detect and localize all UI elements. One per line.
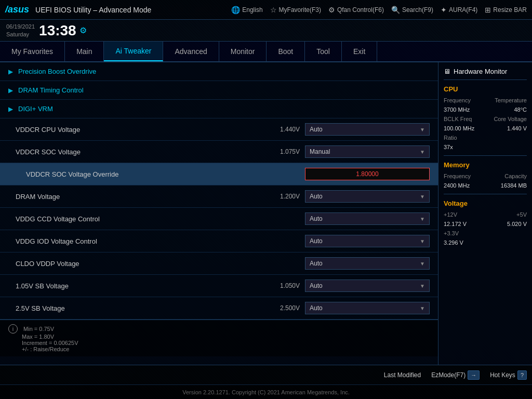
qfan-label: Qfan Control(F6) — [337, 6, 384, 14]
dropdown-arrow-icon: ▼ — [420, 216, 425, 222]
ez-mode-btn[interactable]: EzMode(F7) → — [431, 370, 480, 380]
sb-25v-row[interactable]: 2.5V SB Voltage 2.500V Auto ▼ — [0, 297, 438, 320]
dram-timing-section[interactable]: ▶ DRAM Timing Control — [0, 81, 438, 100]
version-bar: Version 2.20.1271. Copyright (C) 2021 Am… — [0, 384, 532, 399]
expand-arrow-icon: ▶ — [8, 105, 13, 113]
sb-25v-value: 2.500V — [269, 304, 300, 312]
dropdown-arrow-icon: ▼ — [420, 305, 425, 311]
cldo-vddp-dropdown[interactable]: Auto ▼ — [305, 257, 430, 270]
dram-voltage-row[interactable]: DRAM Voltage 1.200V Auto ▼ — [0, 185, 438, 208]
divider — [444, 155, 527, 156]
dram-timing-label: DRAM Timing Control — [18, 86, 84, 94]
ratio-value: 37x — [444, 144, 453, 150]
tab-monitor[interactable]: Monitor — [219, 42, 267, 61]
cldo-vddp-name: CLDO VDDP Voltage — [16, 260, 269, 268]
cpu-temperature-label: Temperature — [495, 97, 527, 103]
qfan-control-btn[interactable]: ⚙ Qfan Control(F6) — [328, 6, 384, 14]
memory-freq-row: Frequency Capacity — [444, 173, 527, 179]
vddg-iod-dropdown[interactable]: Auto ▼ — [305, 235, 430, 247]
language-selector[interactable]: 🌐 English — [231, 6, 262, 14]
precision-boost-section[interactable]: ▶ Precision Boost Overdrive — [0, 62, 438, 81]
sb-25v-name: 2.5V SB Voltage — [16, 304, 269, 312]
memory-section-title: Memory — [444, 161, 527, 169]
vddcr-cpu-voltage-dropdown[interactable]: Auto ▼ — [305, 123, 430, 136]
memory-capacity-value: 16384 MB — [501, 182, 527, 189]
day-value: Saturday — [6, 31, 35, 38]
v33-label: +3.3V — [444, 230, 459, 236]
bios-title: UEFI BIOS Utility – Advanced Mode — [35, 6, 231, 14]
v5-label: +5V — [516, 211, 527, 218]
dropdown-arrow-icon: ▼ — [420, 127, 425, 132]
tab-main[interactable]: Main — [65, 42, 104, 61]
vddg-ccd-row[interactable]: VDDG CCD Voltage Control Auto ▼ — [0, 208, 438, 230]
bclk-label: BCLK Freq — [444, 116, 472, 122]
hot-keys-badge: ? — [517, 370, 527, 380]
cpu-bclk-row: BCLK Freq Core Voltage — [444, 116, 527, 122]
vddcr-cpu-voltage-row[interactable]: VDDCR CPU Voltage 1.440V Auto ▼ — [0, 118, 438, 141]
search-btn[interactable]: 🔍 Search(F9) — [391, 6, 433, 14]
aura-btn[interactable]: ✦ AURA(F4) — [441, 6, 477, 14]
v12-label: +12V — [444, 211, 457, 218]
my-favorite-btn[interactable]: ☆ MyFavorite(F3) — [270, 6, 321, 14]
vddg-iod-row[interactable]: VDDG IOD Voltage Control Auto ▼ — [0, 230, 438, 252]
dram-voltage-dropdown[interactable]: Auto ▼ — [305, 190, 430, 203]
tab-advanced[interactable]: Advanced — [163, 42, 219, 61]
search-label: Search(F9) — [402, 6, 433, 14]
sb-105v-row[interactable]: 1.05V SB Voltage 1.050V Auto ▼ — [0, 275, 438, 297]
settings-gear-icon[interactable]: ⚙ — [79, 25, 87, 35]
tab-boot[interactable]: Boot — [267, 42, 305, 61]
globe-icon: 🌐 — [231, 6, 240, 14]
vddcr-soc-voltage-dropdown[interactable]: Manual ▼ — [305, 145, 430, 158]
cpu-temperature-value: 48°C — [514, 107, 527, 113]
header-controls: 🌐 English ☆ MyFavorite(F3) ⚙ Qfan Contro… — [231, 6, 527, 14]
bottom-bar: Last Modified EzMode(F7) → Hot Keys ? — [0, 365, 532, 384]
language-label: English — [242, 6, 262, 14]
last-modified-label: Last Modified — [384, 371, 421, 379]
v33-row: +3.3V — [444, 230, 527, 236]
ez-mode-label: EzMode(F7) — [431, 371, 466, 379]
dropdown-arrow-icon: ▼ — [420, 283, 425, 289]
vddcr-soc-voltage-row[interactable]: VDDCR SOC Voltage 1.075V Manual ▼ — [0, 141, 438, 163]
v12-row: +12V +5V — [444, 211, 527, 218]
memory-freq-value-row: 2400 MHz 16384 MB — [444, 182, 527, 189]
sb-25v-dropdown[interactable]: Auto ▼ — [305, 302, 430, 314]
dropdown-arrow-icon: ▼ — [420, 261, 425, 267]
last-modified-btn[interactable]: Last Modified — [384, 371, 421, 379]
hot-keys-btn[interactable]: Hot Keys ? — [490, 370, 527, 380]
aura-label: AURA(F4) — [449, 6, 477, 14]
resize-bar-btn[interactable]: ⊞ Resize BAR — [485, 6, 527, 14]
cpu-frequency-value-row: 3700 MHz 48°C — [444, 107, 527, 113]
vddg-ccd-dropdown[interactable]: Auto ▼ — [305, 212, 430, 225]
cpu-frequency-row: Frequency Temperature — [444, 97, 527, 103]
vddcr-soc-override-row[interactable]: VDDCR SOC Voltage Override 1.80000 — [0, 163, 438, 185]
hot-keys-label: Hot Keys — [490, 371, 515, 379]
dram-voltage-name: DRAM Voltage — [16, 193, 269, 201]
datetime-bar: 06/19/2021 Saturday 13:38 ⚙ — [0, 20, 532, 42]
resize-icon: ⊞ — [485, 6, 491, 14]
v33-value-row: 3.296 V — [444, 240, 527, 246]
dropdown-arrow-icon: ▼ — [420, 238, 425, 244]
vddcr-soc-override-input[interactable]: 1.80000 — [305, 168, 430, 180]
info-max: Max = 1.80V — [22, 334, 54, 340]
monitor-icon: 🖥 — [444, 68, 450, 75]
tab-tool[interactable]: Tool — [305, 42, 342, 61]
time-display: 13:38 — [39, 22, 76, 39]
cpu-bclk-value-row: 100.00 MHz 1.440 V — [444, 125, 527, 131]
cldo-vddp-row[interactable]: CLDO VDDP Voltage Auto ▼ — [0, 252, 438, 275]
vddg-ccd-name: VDDG CCD Voltage Control — [16, 215, 269, 223]
star-icon: ☆ — [270, 6, 277, 14]
tab-exit[interactable]: Exit — [342, 42, 377, 61]
navigation-bar: My Favorites Main Ai Tweaker Advanced Mo… — [0, 42, 532, 62]
tab-my-favorites[interactable]: My Favorites — [0, 42, 65, 61]
cpu-frequency-label: Frequency — [444, 97, 471, 103]
tab-ai-tweaker[interactable]: Ai Tweaker — [104, 42, 163, 61]
date-display: 06/19/2021 Saturday — [6, 23, 35, 38]
fan-icon: ⚙ — [328, 6, 335, 14]
vddg-iod-name: VDDG IOD Voltage Control — [16, 237, 269, 245]
digi-vrm-section[interactable]: ▶ DIGI+ VRM — [0, 100, 438, 118]
memory-frequency-label: Frequency — [444, 173, 471, 179]
sb-105v-dropdown[interactable]: Auto ▼ — [305, 280, 430, 292]
vddcr-cpu-voltage-name: VDDCR CPU Voltage — [16, 126, 269, 134]
cpu-ratio-row: Ratio — [444, 135, 527, 141]
core-voltage-label: Core Voltage — [494, 116, 527, 122]
